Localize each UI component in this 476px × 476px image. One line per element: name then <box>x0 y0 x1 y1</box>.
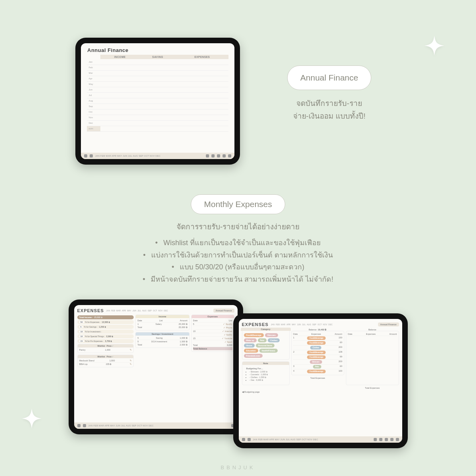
home-icon[interactable] <box>242 438 245 441</box>
annual-description: Annual Finance จดบันทึกรายรับ-ราย จ่าย-เ… <box>264 65 395 123</box>
want-list: Wishlist Price ✓ Macbook Stand1,000✎BBIA… <box>77 355 134 367</box>
check-icon[interactable] <box>390 438 393 441</box>
home-icon[interactable] <box>84 154 87 157</box>
need-list: Wishlist Price ✓ Pantry1,000✎ <box>77 344 134 353</box>
expenses-title: EXPENSES <box>77 308 104 313</box>
pill-monthly: Monthly Expenses <box>191 194 285 214</box>
gear-icon[interactable] <box>396 438 399 441</box>
heart-icon[interactable] <box>374 438 377 441</box>
category-tags: Food&BeverageSkincareMake upPetsClothesH… <box>242 332 289 359</box>
nav-bar: JAN FEB MAR APR MAY JUN JUL AUG SEP OCT … <box>81 153 234 159</box>
annual-table: INCOMESAVINGEXPENSES JanFebMarAprMayJunJ… <box>87 55 228 132</box>
annual-finance-button[interactable]: Annual Finance <box>213 309 234 313</box>
heart-icon[interactable] <box>206 154 209 157</box>
annual-finance-button-2[interactable]: Annual Finance <box>378 322 399 326</box>
annual-title: Annual Finance <box>81 43 234 55</box>
tablet-expenses-1: EXPENSES JANFEBMARAPRMAYJUNJULAUGSEPOCTN… <box>69 299 243 434</box>
brand-watermark: BBNJUK <box>0 464 476 470</box>
pill-annual: Annual Finance <box>287 65 371 90</box>
check-icon[interactable] <box>223 154 226 157</box>
note-icon[interactable] <box>217 154 220 157</box>
note-icon[interactable] <box>385 438 388 441</box>
sparkle-icon <box>424 36 444 56</box>
income-block: Income DateListAmount 1Salary25,000 ฿ To… <box>135 315 189 330</box>
tablet-annual: Annual Finance INCOMESAVINGEXPENSES JanF… <box>75 38 240 165</box>
calendar-icon[interactable] <box>90 154 93 157</box>
expenses-title-2: EXPENSES <box>242 322 269 327</box>
clipboard-icon[interactable] <box>211 154 215 157</box>
clipboard-icon[interactable] <box>379 438 382 441</box>
monthly-desc: จัดการรายรับ-รายจ่ายได้อย่างง่ายดาย <box>83 220 393 234</box>
calendar-icon[interactable] <box>248 438 251 441</box>
expenses-block: Expenses DateList 5✓ Spotify✓ Phone10✓ I… <box>191 315 234 352</box>
savings-block: Savings / Investment 5Saving1,000 ฿5DCA … <box>135 332 189 348</box>
monthly-bullets: Wishlist ที่แยกเป็นของใช้จำเป็นและของใช้… <box>0 237 476 285</box>
tablet-expenses-2: EXPENSES JANFEBMARAPRMAYJUNJULAUGSEPOCTN… <box>233 313 408 448</box>
calendar-icon[interactable] <box>83 424 86 427</box>
gear-icon[interactable] <box>228 154 231 157</box>
home-icon[interactable] <box>77 424 81 427</box>
